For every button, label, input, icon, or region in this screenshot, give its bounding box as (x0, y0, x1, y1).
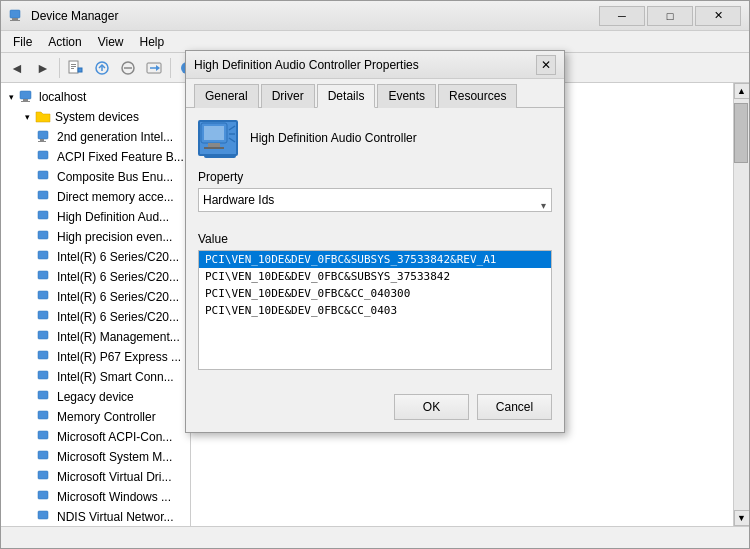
list-item[interactable]: Intel(R) Smart Conn... (1, 367, 190, 387)
list-item[interactable]: NDIS Virtual Networ... (1, 507, 190, 526)
tree-group-system-devices[interactable]: ▾ System devices (1, 107, 190, 127)
list-item[interactable]: Microsoft Virtual Dri... (1, 467, 190, 487)
status-bar (1, 526, 749, 548)
properties-dialog: High Definition Audio Controller Propert… (185, 50, 565, 433)
svg-rect-1 (12, 18, 18, 20)
svg-rect-37 (38, 471, 48, 479)
list-item[interactable]: High Definition Aud... (1, 207, 190, 227)
tab-general[interactable]: General (194, 84, 259, 108)
scrollbar-track-area[interactable] (734, 99, 749, 510)
list-item[interactable]: 2nd generation Intel... (1, 127, 190, 147)
device-tree[interactable]: ▾ localhost ▾ System d (1, 83, 191, 526)
computer-icon (19, 89, 35, 105)
tree-item-label: ACPI Fixed Feature B... (57, 150, 184, 164)
device-icon (37, 229, 53, 245)
tab-resources[interactable]: Resources (438, 84, 517, 108)
close-button[interactable]: ✕ (695, 6, 741, 26)
tree-item-label: Microsoft ACPI-Con... (57, 430, 172, 444)
scrollbar-thumb[interactable] (734, 103, 748, 163)
device-icon (37, 189, 53, 205)
list-item[interactable]: Intel(R) 6 Series/C20... (1, 287, 190, 307)
cancel-button[interactable]: Cancel (477, 394, 552, 420)
svg-rect-27 (38, 271, 48, 279)
svg-rect-31 (38, 351, 48, 359)
device-icon (37, 489, 53, 505)
svg-rect-30 (38, 331, 48, 339)
expand-icon: ▾ (5, 91, 17, 103)
svg-rect-34 (38, 411, 48, 419)
update-driver-button[interactable] (90, 56, 114, 80)
device-icon (37, 129, 53, 145)
list-item[interactable]: Intel(R) 6 Series/C20... (1, 307, 190, 327)
list-item[interactable]: Memory Controller (1, 407, 190, 427)
list-item[interactable]: Composite Bus Enu... (1, 167, 190, 187)
value-list-item[interactable]: PCI\VEN_10DE&DEV_0FBC&CC_0403 (199, 302, 551, 319)
tree-item-label: Microsoft Windows ... (57, 490, 171, 504)
list-item[interactable]: Microsoft System M... (1, 447, 190, 467)
device-name-label: High Definition Audio Controller (250, 131, 417, 145)
menu-help[interactable]: Help (132, 33, 173, 51)
list-item[interactable]: Intel(R) P67 Express ... (1, 347, 190, 367)
value-list-item[interactable]: PCI\VEN_10DE&DEV_0FBC&SUBSYS_37533842&RE… (199, 251, 551, 268)
tree-item-label: Intel(R) P67 Express ... (57, 350, 181, 364)
dialog-close-button[interactable]: ✕ (536, 55, 556, 75)
svg-line-50 (229, 138, 235, 142)
forward-button[interactable]: ► (31, 56, 55, 80)
list-item[interactable]: Legacy device (1, 387, 190, 407)
svg-rect-5 (71, 66, 76, 67)
list-item[interactable]: Direct memory acce... (1, 187, 190, 207)
list-item[interactable]: Microsoft Windows ... (1, 487, 190, 507)
dialog-footer: OK Cancel (186, 394, 564, 432)
svg-rect-23 (38, 191, 48, 199)
device-icon (37, 349, 53, 365)
device-icon (37, 369, 53, 385)
menu-file[interactable]: File (5, 33, 40, 51)
svg-rect-6 (71, 68, 74, 69)
tree-item-label: Legacy device (57, 390, 134, 404)
property-dropdown[interactable]: Hardware Ids Compatible Ids Class Class … (198, 188, 552, 212)
menu-action[interactable]: Action (40, 33, 89, 51)
minimize-button[interactable]: ─ (599, 6, 645, 26)
tab-driver[interactable]: Driver (261, 84, 315, 108)
value-list-item[interactable]: PCI\VEN_10DE&DEV_0FBC&CC_040300 (199, 285, 551, 302)
menu-view[interactable]: View (90, 33, 132, 51)
svg-rect-35 (38, 431, 48, 439)
svg-rect-7 (78, 68, 82, 72)
disable-button[interactable] (116, 56, 140, 80)
dialog-title-text: High Definition Audio Controller Propert… (194, 58, 536, 72)
tab-details[interactable]: Details (317, 84, 376, 108)
list-item[interactable]: ACPI Fixed Feature B... (1, 147, 190, 167)
value-list[interactable]: PCI\VEN_10DE&DEV_0FBC&SUBSYS_37533842&RE… (198, 250, 552, 370)
ok-button[interactable]: OK (394, 394, 469, 420)
svg-rect-15 (20, 91, 31, 99)
svg-marker-12 (156, 65, 160, 71)
tree-root-computer[interactable]: ▾ localhost (1, 87, 190, 107)
device-icon (37, 449, 53, 465)
back-button[interactable]: ◄ (5, 56, 29, 80)
scan-button[interactable] (142, 56, 166, 80)
svg-rect-22 (38, 171, 48, 179)
title-bar-controls: ─ □ ✕ (599, 6, 741, 26)
vertical-scrollbar[interactable]: ▲ ▼ (733, 83, 749, 526)
list-item[interactable]: High precision even... (1, 227, 190, 247)
toolbar-separator-1 (59, 58, 60, 78)
properties-button[interactable] (64, 56, 88, 80)
value-field-label: Value (198, 232, 552, 246)
device-icon (37, 289, 53, 305)
value-list-item[interactable]: PCI\VEN_10DE&DEV_0FBC&SUBSYS_37533842 (199, 268, 551, 285)
tree-system-devices-label: System devices (55, 110, 139, 124)
title-bar: Device Manager ─ □ ✕ (1, 1, 749, 31)
device-icon (37, 209, 53, 225)
maximize-button[interactable]: □ (647, 6, 693, 26)
app-icon (9, 8, 25, 24)
list-item[interactable]: Intel(R) Management... (1, 327, 190, 347)
list-item[interactable]: Intel(R) 6 Series/C20... (1, 247, 190, 267)
scroll-down-arrow[interactable]: ▼ (734, 510, 750, 526)
tab-events[interactable]: Events (377, 84, 436, 108)
scroll-up-arrow[interactable]: ▲ (734, 83, 750, 99)
svg-rect-17 (21, 101, 30, 102)
list-item[interactable]: Intel(R) 6 Series/C20... (1, 267, 190, 287)
list-item[interactable]: Microsoft ACPI-Con... (1, 427, 190, 447)
expand-group-icon: ▾ (21, 111, 33, 123)
tree-item-label: NDIS Virtual Networ... (57, 510, 173, 524)
